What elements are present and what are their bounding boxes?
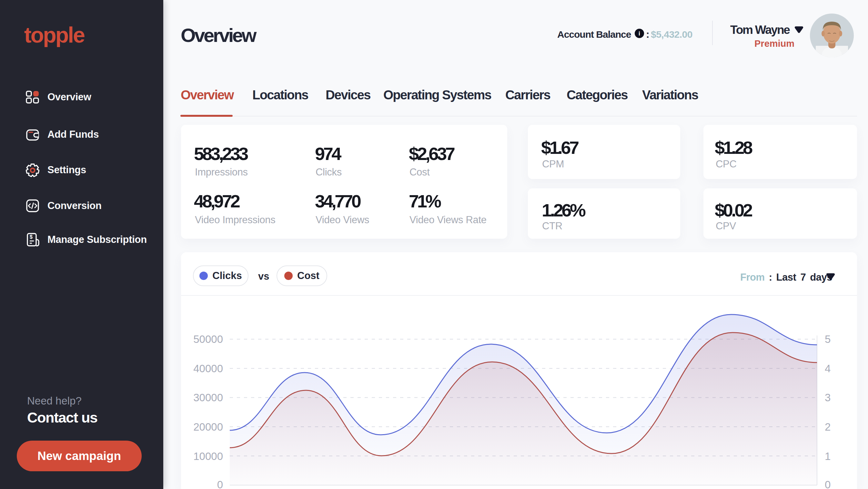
svg-text:2: 2: [825, 421, 831, 433]
svg-text:50000: 50000: [193, 333, 223, 345]
svg-text:20000: 20000: [193, 421, 223, 433]
svg-text:40000: 40000: [193, 363, 223, 374]
svg-text:0: 0: [825, 479, 831, 489]
svg-text:30000: 30000: [193, 392, 223, 403]
svg-text:4: 4: [825, 363, 831, 374]
svg-text:10000: 10000: [193, 450, 223, 462]
svg-text:5: 5: [825, 333, 831, 345]
svg-text:1: 1: [825, 450, 831, 462]
svg-text:0: 0: [217, 479, 223, 489]
svg-text:3: 3: [825, 392, 831, 403]
